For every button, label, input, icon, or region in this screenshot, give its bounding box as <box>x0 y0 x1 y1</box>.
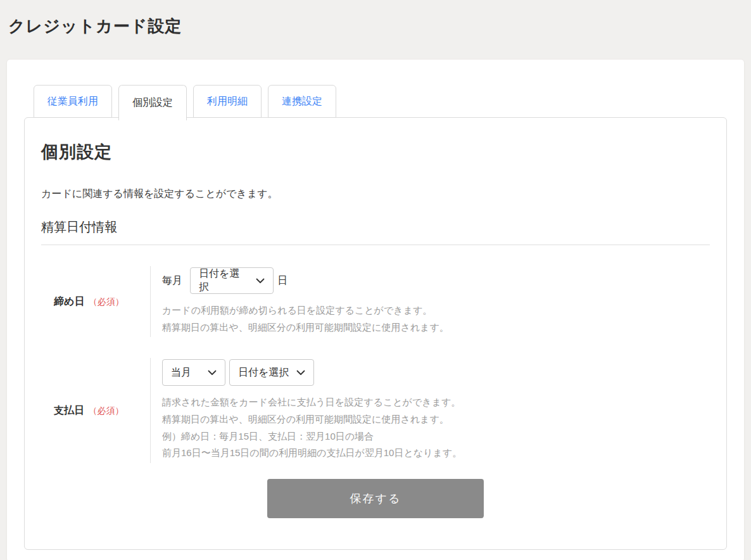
closing-day-help-line-1: カードの利用額が締め切られる日を設定することができます。 <box>162 302 710 319</box>
save-button[interactable]: 保存する <box>267 479 484 518</box>
closing-day-content: 毎月 日付を選択 日 カードの利用額が締め切られる日を設定することができます。 … <box>150 266 710 337</box>
panel-heading: 個別設定 <box>41 141 710 163</box>
payment-day-label-group: 支払日 （必須） <box>41 404 150 417</box>
closing-day-help-line-2: 精算期日の算出や、明細区分の利用可能期間設定に使用されます。 <box>162 319 710 336</box>
closing-day-row: 締め日 （必須） 毎月 日付を選択 日 カードの利用額が締め切られる日を設定する… <box>41 266 710 337</box>
tab-individual-settings[interactable]: 個別設定 <box>118 85 187 120</box>
closing-day-required-badge: （必須） <box>89 296 124 307</box>
closing-day-label: 締め日 <box>54 296 84 307</box>
payment-day-label: 支払日 <box>54 405 84 416</box>
payment-day-help-line-3: 例）締め日：毎月15日、支払日：翌月10日の場合 <box>162 428 710 445</box>
page-title: クレジットカード設定 <box>0 0 751 37</box>
closing-day-help-text: カードの利用額が締め切られる日を設定することができます。 精算期日の算出や、明細… <box>162 302 710 336</box>
payment-month-select-value: 当月 <box>171 366 191 379</box>
closing-day-suffix: 日 <box>277 274 287 288</box>
payment-day-help-line-2: 精算期日の算出や、明細区分の利用可能期間設定に使用されます。 <box>162 411 710 428</box>
tab-panel-individual-settings: 個別設定 カードに関連する情報を設定することができます。 精算日付情報 締め日 … <box>24 117 727 550</box>
settings-card: 従業員利用 個別設定 利用明細 連携設定 個別設定 カードに関連する情報を設定す… <box>6 59 745 560</box>
closing-day-prefix: 毎月 <box>162 274 182 288</box>
panel-description: カードに関連する情報を設定することができます。 <box>41 188 710 201</box>
payment-day-help-line-4: 前月16日〜当月15日の間の利用明細の支払日が翌月10日となります。 <box>162 445 710 462</box>
payment-day-controls: 当月 日付を選択 <box>162 359 710 386</box>
payment-day-help-text: 請求された金額をカード会社に支払う日を設定することができます。 精算期日の算出や… <box>162 394 710 462</box>
closing-day-select-value: 日付を選択 <box>199 267 249 294</box>
closing-day-select[interactable]: 日付を選択 <box>190 267 274 294</box>
payment-day-content: 当月 日付を選択 請求された金額をカード会社に支払う日を設定することができます。 <box>150 358 710 463</box>
tab-bar: 従業員利用 個別設定 利用明細 連携設定 <box>7 60 744 118</box>
chevron-down-icon <box>296 370 305 376</box>
payment-month-select[interactable]: 当月 <box>162 359 225 386</box>
tab-employee-usage[interactable]: 従業員利用 <box>34 85 112 118</box>
tab-integration-settings[interactable]: 連携設定 <box>268 85 336 118</box>
closing-day-label-group: 締め日 （必須） <box>41 295 150 309</box>
section-title-settlement-dates: 精算日付情報 <box>41 219 710 245</box>
tab-usage-details[interactable]: 利用明細 <box>193 85 262 118</box>
chevron-down-icon <box>256 278 265 284</box>
closing-day-controls: 毎月 日付を選択 日 <box>162 267 710 294</box>
payment-date-select-value: 日付を選択 <box>238 366 289 379</box>
payment-day-required-badge: （必須） <box>88 405 123 416</box>
payment-day-help-line-1: 請求された金額をカード会社に支払う日を設定することができます。 <box>162 394 710 411</box>
payment-day-row: 支払日 （必須） 当月 日付を選択 <box>41 358 710 463</box>
chevron-down-icon <box>208 370 217 376</box>
payment-date-select[interactable]: 日付を選択 <box>229 359 314 386</box>
save-button-container: 保存する <box>41 479 710 518</box>
